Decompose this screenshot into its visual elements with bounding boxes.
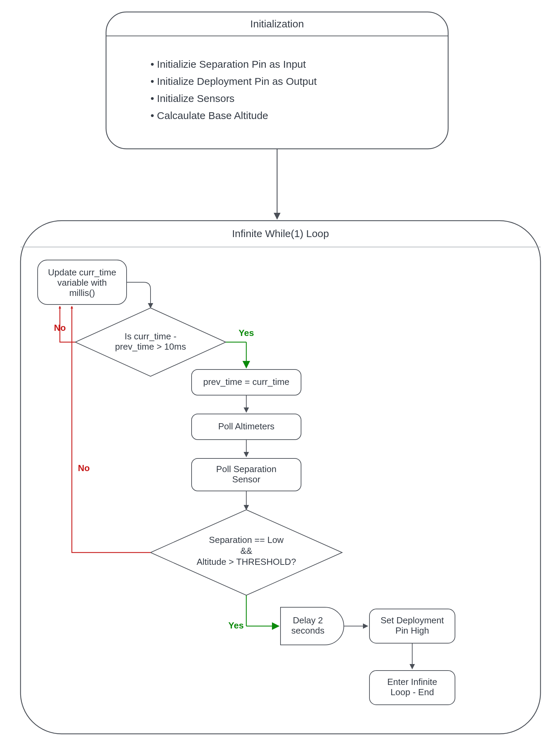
node-poll-sep-l2: Sensor <box>232 474 261 484</box>
node-set-pin-l2: Pin High <box>395 625 429 636</box>
node-decision2-l1: Separation == Low <box>209 535 284 545</box>
node-update-time-l2: variable with <box>57 277 107 288</box>
node-poll-alt: Poll Altimeters <box>192 414 301 440</box>
label-decision2-yes: Yes <box>229 620 244 631</box>
label-decision1-no: No <box>54 323 66 333</box>
init-bullet-1: • Initialize Deployment Pin as Output <box>151 76 317 87</box>
node-poll-alt-text: Poll Altimeters <box>218 421 275 431</box>
node-decision-time-l2: prev_time > 10ms <box>115 341 186 352</box>
node-decision2-l3: Altitude > THRESHOLD? <box>197 557 296 567</box>
node-end: Enter Infinite Loop - End <box>369 671 455 705</box>
init-bullet-2: • Initialize Sensors <box>151 93 235 104</box>
init-bullet-0: • Initializie Separation Pin as Input <box>151 59 306 70</box>
node-set-pin-l1: Set Deployment <box>381 615 444 625</box>
node-poll-sep-l1: Poll Separation <box>216 464 276 474</box>
label-decision1-yes: Yes <box>239 328 254 338</box>
init-box: Initialization • Initializie Separation … <box>106 12 448 149</box>
node-end-l2: Loop - End <box>390 687 434 697</box>
node-decision-time-l1: Is curr_time - <box>125 331 177 341</box>
node-set-pin: Set Deployment Pin High <box>369 609 455 643</box>
node-delay-l1: Delay 2 <box>293 615 323 625</box>
node-delay-l2: seconds <box>291 625 325 636</box>
node-delay: Delay 2 seconds <box>281 607 344 645</box>
node-assign-prev: prev_time = curr_time <box>192 369 301 395</box>
node-update-time-l3: millis() <box>69 288 95 298</box>
node-assign-prev-text: prev_time = curr_time <box>203 377 289 387</box>
label-decision2-no: No <box>78 463 90 473</box>
init-bullet-3: • Calcaulate Base Altitude <box>151 110 268 121</box>
init-title: Initialization <box>250 18 304 29</box>
node-decision2-l2: && <box>240 546 252 556</box>
node-end-l1: Enter Infinite <box>387 677 437 687</box>
node-update-time: Update curr_time variable with millis() <box>38 260 127 304</box>
node-poll-sep: Poll Separation Sensor <box>192 458 301 491</box>
node-update-time-l1: Update curr_time <box>48 267 116 277</box>
loop-title: Infinite While(1) Loop <box>232 228 329 239</box>
